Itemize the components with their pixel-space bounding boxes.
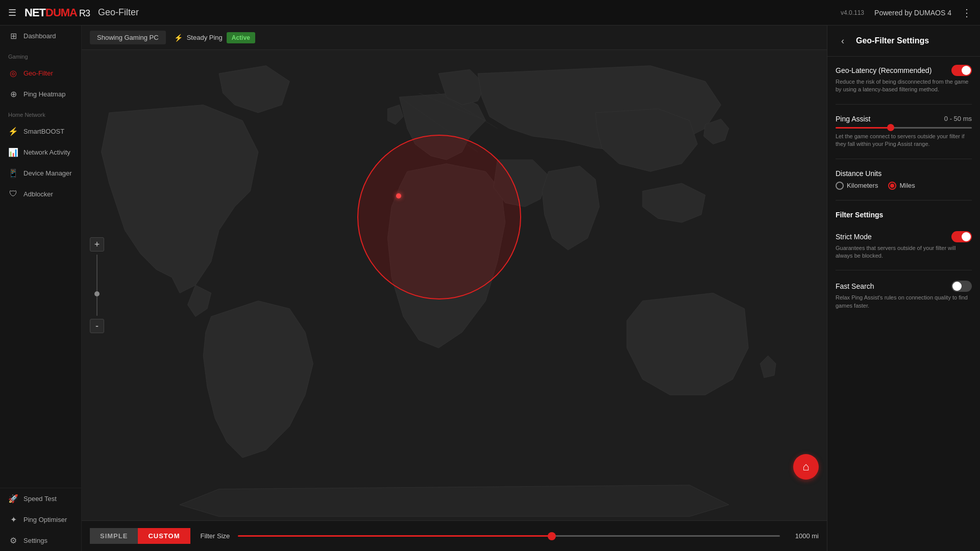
fast-search-desc: Relax Ping Assist's rules on connection … bbox=[836, 294, 972, 310]
filter-size-label: Filter Size bbox=[201, 532, 230, 540]
strict-mode-header: Strict Mode bbox=[836, 231, 972, 242]
ping-assist-setting: Ping Assist 0 - 50 ms Let the game conne… bbox=[836, 115, 972, 148]
radio-kilometers[interactable]: Kilometers bbox=[836, 182, 878, 190]
content-area: Showing Gaming PC ⚡ Steady Ping Active bbox=[82, 26, 827, 551]
settings-body: Geo-Latency (Recommended) Reduce the ris… bbox=[827, 57, 980, 318]
sidebar-label-network-activity: Network Activity bbox=[23, 148, 70, 156]
zoom-track bbox=[96, 255, 97, 316]
sidebar-item-network-activity[interactable]: 📊 Network Activity bbox=[0, 142, 81, 163]
zoom-thumb[interactable] bbox=[94, 291, 100, 296]
sidebar: ⊞ Dashboard Gaming ◎ Geo-Filter ⊕ Ping H… bbox=[0, 26, 82, 551]
main-layout: ⊞ Dashboard Gaming ◎ Geo-Filter ⊕ Ping H… bbox=[0, 26, 980, 551]
settings-panel: ‹ Geo-Filter Settings Geo-Latency (Recom… bbox=[827, 26, 980, 551]
sidebar-label-smartboost: SmartBOOST bbox=[23, 128, 64, 135]
divider-1 bbox=[836, 104, 972, 105]
sidebar-label-dashboard: Dashboard bbox=[23, 32, 56, 40]
sidebar-label-ping-heatmap: Ping Heatmap bbox=[23, 90, 65, 98]
sidebar-label-ping-optimiser: Ping Optimiser bbox=[23, 516, 67, 523]
sidebar-home-network-label: Home Network bbox=[0, 105, 81, 121]
sidebar-label-adblocker: Adblocker bbox=[23, 190, 53, 198]
sidebar-label-settings: Settings bbox=[23, 537, 47, 544]
sidebar-item-adblocker[interactable]: 🛡 Adblocker bbox=[0, 184, 81, 204]
zoom-out-button[interactable]: - bbox=[90, 319, 104, 333]
geo-latency-toggle[interactable] bbox=[951, 65, 972, 76]
fast-search-header: Fast Search bbox=[836, 281, 972, 292]
fast-search-name: Fast Search bbox=[836, 282, 874, 290]
powered-by: Powered by DUMAOS 4 bbox=[874, 9, 951, 17]
geo-latency-header: Geo-Latency (Recommended) bbox=[836, 65, 972, 76]
sidebar-item-ping-optimiser[interactable]: ✦ Ping Optimiser bbox=[0, 509, 81, 530]
status-bar: Showing Gaming PC ⚡ Steady Ping Active bbox=[82, 26, 827, 50]
app-logo: NETDUMA R3 bbox=[24, 6, 90, 19]
sidebar-item-speed-test[interactable]: 🚀 Speed Test bbox=[0, 488, 81, 509]
strict-mode-setting: Strict Mode Guarantees that servers outs… bbox=[836, 231, 972, 260]
map-location-dot bbox=[396, 193, 401, 198]
radio-label-miles: Miles bbox=[899, 182, 915, 189]
app-version: v4.0.113 bbox=[841, 9, 864, 16]
settings-panel-title: Geo-Filter Settings bbox=[856, 36, 929, 45]
strict-mode-toggle[interactable] bbox=[951, 231, 972, 242]
sidebar-item-ping-heatmap[interactable]: ⊕ Ping Heatmap bbox=[0, 84, 81, 105]
radio-circle-kilometers bbox=[836, 182, 844, 190]
distance-units-label: Distance Units bbox=[836, 169, 972, 178]
geo-latency-name: Geo-Latency (Recommended) bbox=[836, 66, 932, 74]
sidebar-item-dashboard[interactable]: ⊞ Dashboard bbox=[0, 26, 81, 46]
ping-assist-header: Ping Assist 0 - 50 ms bbox=[836, 115, 972, 123]
map-container[interactable]: + - ⌂ bbox=[82, 50, 827, 520]
geo-latency-setting: Geo-Latency (Recommended) Reduce the ris… bbox=[836, 65, 972, 94]
radio-miles[interactable]: Miles bbox=[888, 182, 915, 190]
home-location-button[interactable]: ⌂ bbox=[793, 454, 819, 480]
status-device: Showing Gaming PC bbox=[90, 31, 166, 44]
ping-optimiser-icon: ✦ bbox=[8, 515, 18, 524]
radio-circle-miles bbox=[888, 182, 896, 190]
speed-test-icon: 🚀 bbox=[8, 494, 18, 504]
ping-assist-value: 0 - 50 ms bbox=[944, 115, 972, 122]
sidebar-spacer bbox=[0, 204, 81, 488]
filter-settings-title: Filter Settings bbox=[836, 211, 972, 219]
status-active-badge: Active bbox=[227, 32, 255, 43]
radio-label-kilometers: Kilometers bbox=[847, 182, 878, 189]
divider-2 bbox=[836, 159, 972, 159]
sidebar-gaming-label: Gaming bbox=[0, 46, 81, 63]
logo-duma: DUMA bbox=[45, 6, 77, 19]
bottom-bar: SIMPLE CUSTOM Filter Size 1000 mi bbox=[82, 520, 827, 551]
settings-back-button[interactable]: ‹ bbox=[836, 34, 850, 48]
simple-mode-button[interactable]: SIMPLE bbox=[90, 528, 138, 544]
filter-size-slider[interactable] bbox=[238, 535, 780, 537]
ping-assist-slider[interactable] bbox=[836, 127, 972, 129]
status-ping: ⚡ Steady Ping Active bbox=[174, 32, 255, 43]
page-title: Geo-Filter bbox=[98, 7, 139, 18]
sidebar-label-geo-filter: Geo-Filter bbox=[23, 69, 53, 77]
topbar-menu-icon[interactable]: ⋮ bbox=[962, 7, 972, 19]
hamburger-menu[interactable]: ☰ bbox=[8, 7, 16, 18]
zoom-in-button[interactable]: + bbox=[90, 237, 104, 252]
mode-buttons: SIMPLE CUSTOM bbox=[90, 528, 190, 544]
smartboost-icon: ⚡ bbox=[8, 127, 18, 136]
settings-icon: ⚙ bbox=[8, 536, 18, 545]
fast-search-toggle[interactable] bbox=[951, 281, 972, 292]
fast-search-setting: Fast Search Relax Ping Assist's rules on… bbox=[836, 281, 972, 310]
custom-mode-button[interactable]: CUSTOM bbox=[138, 528, 190, 544]
steady-ping-label: Steady Ping bbox=[187, 34, 223, 41]
sidebar-bottom: 🚀 Speed Test ✦ Ping Optimiser ⚙ Settings bbox=[0, 488, 81, 551]
logo-net: NET bbox=[24, 6, 45, 19]
sidebar-item-smartboost[interactable]: ⚡ SmartBOOST bbox=[0, 121, 81, 142]
dashboard-icon: ⊞ bbox=[8, 31, 18, 41]
steady-ping-icon: ⚡ bbox=[174, 34, 183, 42]
geo-filter-icon: ◎ bbox=[8, 68, 18, 78]
sidebar-item-settings[interactable]: ⚙ Settings bbox=[0, 530, 81, 551]
strict-mode-name: Strict Mode bbox=[836, 233, 872, 241]
filter-size-value: 1000 mi bbox=[788, 532, 819, 540]
adblocker-icon: 🛡 bbox=[8, 189, 18, 198]
distance-units-radio-group: Kilometers Miles bbox=[836, 182, 972, 190]
device-manager-icon: 📱 bbox=[8, 168, 18, 178]
distance-units-setting: Distance Units Kilometers Miles bbox=[836, 169, 972, 190]
sidebar-item-device-manager[interactable]: 📱 Device Manager bbox=[0, 163, 81, 184]
sidebar-item-geo-filter[interactable]: ◎ Geo-Filter bbox=[0, 63, 81, 84]
geo-latency-desc: Reduce the risk of being disconnected fr… bbox=[836, 78, 972, 94]
sidebar-label-speed-test: Speed Test bbox=[23, 495, 57, 503]
world-map bbox=[82, 50, 827, 520]
settings-header: ‹ Geo-Filter Settings bbox=[827, 26, 980, 57]
network-activity-icon: 📊 bbox=[8, 147, 18, 157]
filter-settings-section: Filter Settings bbox=[836, 211, 972, 221]
